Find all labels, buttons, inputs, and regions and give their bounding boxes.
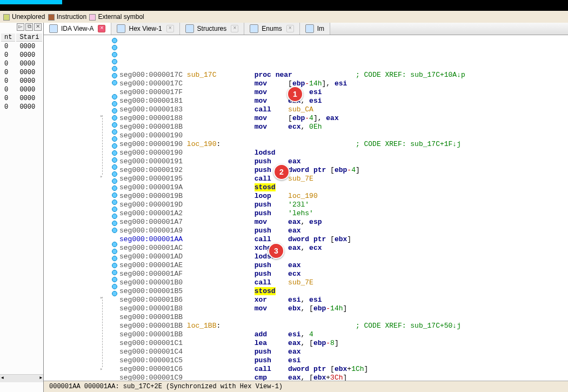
enum-icon [250, 24, 258, 33]
sync-status: 000001AA 000001AA: sub_17C+2E (Synchroni… [44, 381, 568, 392]
import-icon [305, 24, 314, 33]
table-row: 00000 [1, 51, 42, 59]
annotation-badge-1: 1 [287, 86, 303, 102]
left-scrollbar[interactable] [0, 374, 43, 382]
col-start[interactable]: Stari [16, 34, 42, 42]
close-icon[interactable]: × [286, 25, 294, 32]
disassembly-view[interactable]: ▸ ▸ ▸ ▸ seg000:0000017C sub_17C proc nea… [44, 35, 568, 381]
close-icon[interactable]: × [98, 25, 105, 32]
annotation-badge-2: 2 [273, 164, 290, 180]
hex-icon [117, 24, 125, 33]
table-row: 00000 [1, 86, 42, 94]
table-row: 00000 [1, 95, 42, 102]
pane-controls[interactable]: ▻⧉✕ [16, 23, 42, 31]
close-icon[interactable]: × [231, 25, 238, 32]
col-nt[interactable]: nt [1, 34, 15, 42]
tab-enums[interactable]: Enums× [244, 23, 299, 35]
tab-hex-view-1[interactable]: Hex View-1× [111, 23, 179, 35]
struct-icon [185, 24, 194, 33]
table-row: 00000 [1, 60, 42, 68]
legend-bar: Unexplored Instruction External symbol [0, 11, 568, 23]
segment-table: nt Stari 00000 00000 00000 00000 00000 0… [0, 32, 43, 112]
table-row: 00000 [1, 43, 42, 50]
tab-ida-view-a[interactable]: IDA View-A× [44, 23, 111, 35]
legend-unexplored: Unexplored [12, 13, 45, 21]
tab-imports[interactable]: Im [300, 23, 330, 35]
annotation-badge-3: 3 [268, 243, 284, 259]
list-icon [49, 24, 58, 33]
table-row: 00000 [1, 103, 42, 111]
tab-structures[interactable]: Structures× [180, 23, 245, 35]
view-tabs[interactable]: IDA View-A× Hex View-1× Structures× Enum… [44, 23, 568, 35]
legend-external: External symbol [98, 13, 144, 21]
segment-list-pane[interactable]: ▻⧉✕ nt Stari 00000 00000 00000 00000 000… [0, 23, 44, 392]
table-row: 00000 [1, 69, 42, 76]
legend-instruction: Instruction [57, 13, 86, 21]
close-icon[interactable]: × [166, 25, 174, 32]
code-listing[interactable]: seg000:0000017C sub_17C proc near ; CODE… [44, 70, 568, 381]
table-row: 00000 [1, 77, 42, 85]
